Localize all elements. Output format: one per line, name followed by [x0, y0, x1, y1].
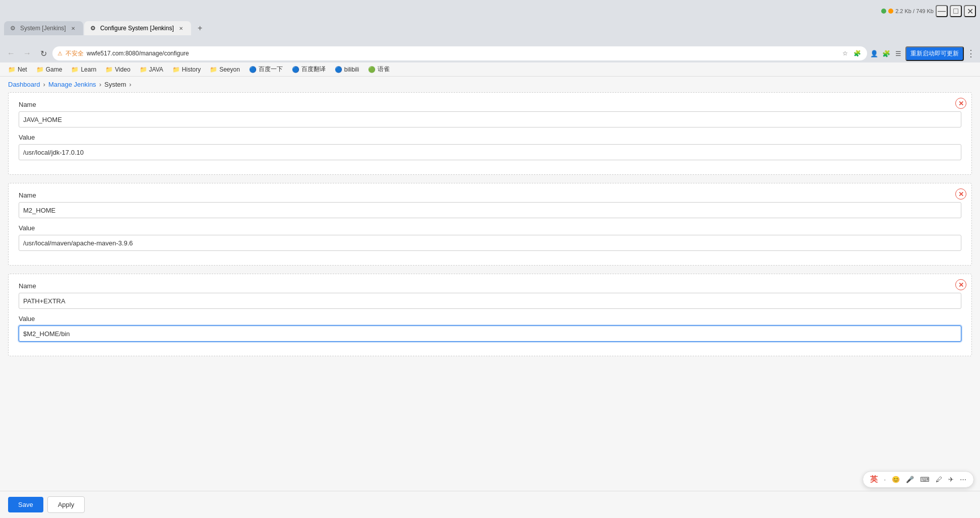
- ime-cloud-icon[interactable]: ✈: [946, 475, 956, 484]
- user-profile-icon[interactable]: 👤: [869, 48, 879, 58]
- extension-icon[interactable]: 🧩: [852, 48, 862, 58]
- back-button[interactable]: ←: [4, 46, 18, 60]
- tab2-favicon: ⚙: [90, 25, 97, 32]
- bookmark-baidu-search[interactable]: 🔵 百度一下: [245, 64, 287, 75]
- breadcrumb: Dashboard › Manage Jenkins › System ›: [0, 77, 980, 92]
- bookmark-bilibili[interactable]: 🔵 bilibili: [331, 65, 363, 74]
- bookmark-seeyon[interactable]: 📁 Seeyon: [206, 65, 244, 74]
- folder-icon: 📁: [36, 66, 44, 73]
- apply-button[interactable]: Apply: [47, 496, 85, 513]
- yuque-icon: 🟢: [368, 66, 376, 73]
- sidebar-button[interactable]: ☰: [893, 48, 903, 58]
- folder-icon: 📁: [8, 66, 16, 73]
- name-input-3[interactable]: [19, 293, 961, 309]
- breadcrumb-manage-jenkins[interactable]: Manage Jenkins: [48, 81, 96, 88]
- value-input-2[interactable]: [19, 235, 961, 251]
- memory-indicator: 2.2 Kb / 749 Kb: [895, 8, 934, 14]
- folder-icon: 📁: [210, 66, 217, 73]
- tab-2[interactable]: ⚙ Configure System [Jenkins] ✕: [84, 21, 191, 35]
- folder-icon: 📁: [172, 66, 180, 73]
- baidu-icon: 🔵: [249, 66, 257, 73]
- save-button[interactable]: Save: [8, 497, 43, 512]
- ime-mic-icon[interactable]: 🎤: [904, 475, 916, 484]
- breadcrumb-dashboard[interactable]: Dashboard: [8, 81, 40, 88]
- extensions-button[interactable]: 🧩: [881, 48, 891, 58]
- breadcrumb-sep-2: ›: [99, 81, 101, 88]
- name-label-2: Name: [19, 191, 961, 199]
- ime-dot-icon[interactable]: ·: [882, 475, 888, 484]
- name-label-3: Name: [19, 282, 961, 290]
- forward-button[interactable]: →: [20, 46, 34, 60]
- tab2-title: Configure System [Jenkins]: [100, 25, 174, 32]
- value-label-1: Value: [19, 134, 961, 141]
- ime-toolbar: 英 · 😊 🎤 ⌨ 🖊 ✈ ⋯: [863, 471, 974, 488]
- name-input-2[interactable]: [19, 202, 961, 218]
- tab1-favicon: ⚙: [10, 25, 17, 32]
- value-input-1[interactable]: [19, 144, 961, 160]
- ime-keyboard-icon[interactable]: ⌨: [918, 475, 932, 484]
- bookmark-java[interactable]: 📁 JAVA: [136, 65, 167, 74]
- security-label: 不安全: [66, 49, 84, 58]
- bookmark-video[interactable]: 📁 Video: [101, 65, 134, 74]
- new-tab-button[interactable]: +: [193, 21, 207, 35]
- ime-lang-label[interactable]: 英: [868, 474, 880, 485]
- tab2-close[interactable]: ✕: [177, 24, 185, 32]
- value-input-3[interactable]: [19, 326, 961, 342]
- breadcrumb-system: System: [104, 81, 126, 88]
- folder-icon: 📁: [71, 66, 79, 73]
- ime-handwrite-icon[interactable]: 🖊: [934, 475, 944, 484]
- breadcrumb-sep-1: ›: [43, 81, 45, 88]
- more-options-button[interactable]: ⋮: [966, 48, 976, 58]
- tab-1[interactable]: ⚙ System [Jenkins] ✕: [4, 21, 83, 35]
- ime-emoji-icon[interactable]: 😊: [890, 475, 902, 484]
- ime-more-icon[interactable]: ⋯: [958, 475, 968, 484]
- bookmark-net[interactable]: 📁 Net: [4, 65, 31, 74]
- bookmark-star-icon[interactable]: ☆: [840, 48, 850, 58]
- update-button[interactable]: 重新启动即可更新: [905, 46, 964, 61]
- delete-card-3-button[interactable]: ✕: [955, 279, 966, 290]
- reload-button[interactable]: ↻: [36, 46, 50, 60]
- folder-icon: 📁: [140, 66, 147, 73]
- folder-icon: 📁: [105, 66, 113, 73]
- address-text: wwfe517.com:8080/manage/configure: [87, 50, 837, 57]
- env-var-card-2: ✕ Name Value: [8, 183, 972, 266]
- bookmark-baidu-translate[interactable]: 🔵 百度翻译: [288, 64, 330, 75]
- value-label-3: Value: [19, 315, 961, 322]
- env-var-card-1: ✕ Name Value: [8, 92, 972, 175]
- bookmark-learn[interactable]: 📁 Learn: [67, 65, 100, 74]
- delete-card-1-button[interactable]: ✕: [955, 98, 966, 109]
- security-warning-icon: ⚠: [57, 50, 63, 57]
- bookmark-yuque[interactable]: 🟢 语雀: [364, 64, 394, 75]
- tab1-close[interactable]: ✕: [69, 24, 77, 32]
- maximize-button[interactable]: □: [950, 5, 962, 17]
- bookmark-history[interactable]: 📁 History: [168, 65, 205, 74]
- name-input-1[interactable]: [19, 111, 961, 127]
- translate-icon: 🔵: [292, 66, 299, 73]
- close-button[interactable]: ✕: [964, 5, 976, 17]
- minimize-button[interactable]: —: [936, 5, 948, 17]
- value-label-2: Value: [19, 224, 961, 232]
- breadcrumb-sep-3: ›: [129, 81, 131, 88]
- env-var-card-3: ✕ Name Value: [8, 274, 972, 356]
- bookmark-game[interactable]: 📁 Game: [32, 65, 67, 74]
- delete-card-2-button[interactable]: ✕: [955, 188, 966, 200]
- bilibili-icon: 🔵: [335, 66, 342, 73]
- tab1-title: System [Jenkins]: [20, 25, 66, 32]
- name-label-1: Name: [19, 101, 961, 108]
